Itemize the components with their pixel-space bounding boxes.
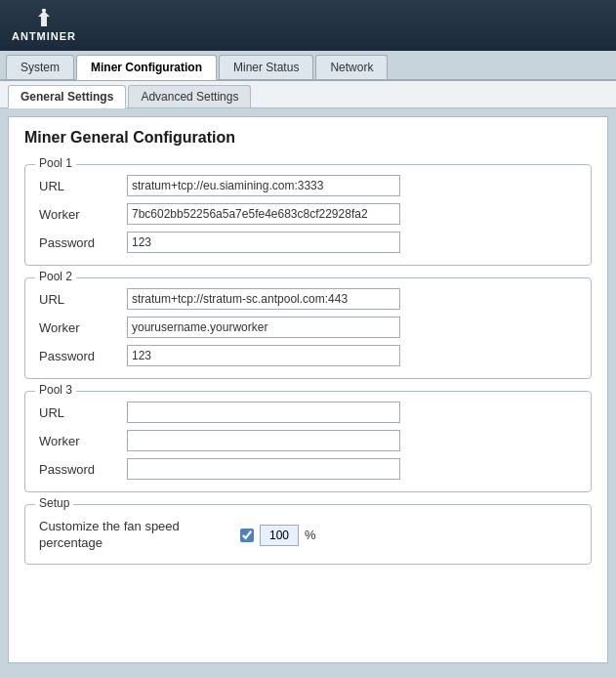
pool3-url-label: URL bbox=[39, 405, 127, 420]
pool1-password-label: Password bbox=[39, 235, 127, 250]
nav-tab-system[interactable]: System bbox=[6, 55, 74, 79]
antminer-logo-icon bbox=[32, 9, 56, 28]
nav-tab-network[interactable]: Network bbox=[315, 55, 388, 79]
nav-bar: System Miner Configuration Miner Status … bbox=[0, 51, 616, 81]
setup-section: Setup Customize the fan speed percentage… bbox=[24, 504, 592, 565]
fan-speed-row: Customize the fan speed percentage % bbox=[39, 519, 577, 552]
page-title: Miner General Configuration bbox=[24, 129, 592, 150]
pool1-worker-input[interactable] bbox=[127, 203, 400, 225]
pool3-worker-input[interactable] bbox=[127, 430, 400, 451]
pool2-password-input[interactable] bbox=[127, 345, 400, 366]
pool3-password-row: Password bbox=[39, 458, 577, 480]
nav-tab-miner-config[interactable]: Miner Configuration bbox=[76, 55, 217, 80]
pool1-password-row: Password bbox=[39, 232, 577, 253]
header: ANTMINER bbox=[0, 0, 616, 51]
pool2-worker-input[interactable] bbox=[127, 317, 400, 338]
pool2-url-input[interactable] bbox=[127, 288, 400, 310]
pool3-url-input[interactable] bbox=[127, 402, 400, 423]
sub-tab-advanced-settings[interactable]: Advanced Settings bbox=[128, 85, 251, 107]
fan-speed-label: Customize the fan speed percentage bbox=[39, 519, 234, 552]
main-content: Miner General Configuration Pool 1 URL W… bbox=[8, 116, 608, 663]
pool3-url-row: URL bbox=[39, 402, 577, 423]
pool3-password-input[interactable] bbox=[127, 458, 400, 480]
pool3-password-label: Password bbox=[39, 462, 127, 477]
pool3-worker-row: Worker bbox=[39, 430, 577, 451]
nav-tab-miner-status[interactable]: Miner Status bbox=[219, 55, 313, 79]
pool1-legend: Pool 1 bbox=[35, 156, 76, 170]
pool1-url-row: URL bbox=[39, 175, 577, 196]
pool3-section: Pool 3 URL Worker Password bbox=[24, 391, 592, 492]
pool1-worker-row: Worker bbox=[39, 203, 577, 225]
sub-tab-general-settings[interactable]: General Settings bbox=[8, 85, 126, 108]
pool1-password-input[interactable] bbox=[127, 232, 400, 253]
pool2-url-row: URL bbox=[39, 288, 577, 310]
setup-legend: Setup bbox=[35, 496, 73, 510]
pool1-url-input[interactable] bbox=[127, 175, 400, 196]
pool2-legend: Pool 2 bbox=[35, 270, 76, 283]
pool3-worker-label: Worker bbox=[39, 434, 127, 448]
fan-percent-label: % bbox=[305, 528, 316, 542]
pool2-worker-row: Worker bbox=[39, 317, 577, 338]
pool1-url-label: URL bbox=[39, 179, 127, 193]
pool2-section: Pool 2 URL Worker Password bbox=[24, 277, 592, 379]
pool2-password-label: Password bbox=[39, 349, 127, 363]
footer-bar: ✕ Reset ✓ Save&Apply bbox=[8, 671, 608, 678]
svg-marker-0 bbox=[38, 11, 50, 26]
svg-point-1 bbox=[42, 9, 46, 13]
pool1-worker-label: Worker bbox=[39, 207, 127, 222]
sub-nav-bar: General Settings Advanced Settings bbox=[0, 81, 616, 108]
fan-speed-input[interactable] bbox=[260, 525, 299, 546]
fan-speed-checkbox[interactable] bbox=[240, 529, 254, 542]
logo-text: ANTMINER bbox=[12, 30, 76, 42]
pool2-url-label: URL bbox=[39, 292, 127, 307]
pool2-password-row: Password bbox=[39, 345, 577, 366]
logo: ANTMINER bbox=[12, 9, 76, 42]
pool1-section: Pool 1 URL Worker Password bbox=[24, 164, 592, 266]
pool3-legend: Pool 3 bbox=[35, 383, 76, 397]
pool2-worker-label: Worker bbox=[39, 320, 127, 335]
